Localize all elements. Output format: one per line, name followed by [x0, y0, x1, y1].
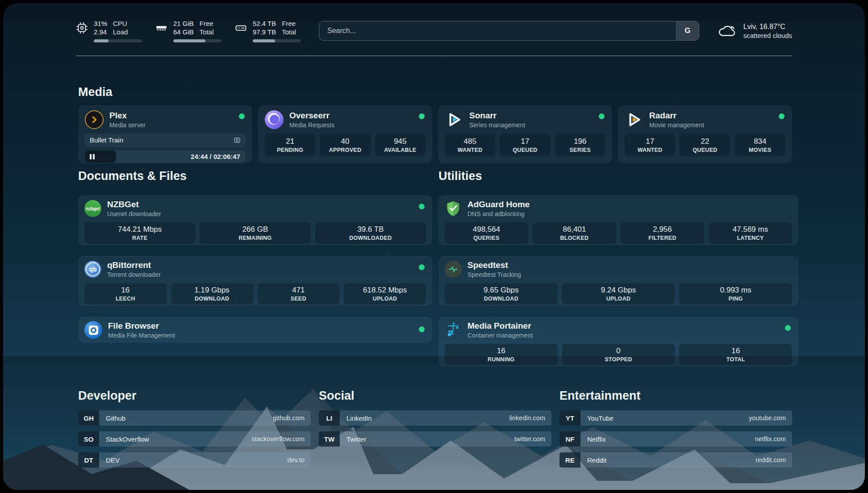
speedtest-card[interactable]: Speedtest Speedtest Tracking 9.65 GbpsDO… [438, 256, 798, 306]
link-stackoverflow[interactable]: SO StackOverflow stackoverflow.com [78, 431, 311, 447]
stat-queued: 22QUEUED [680, 134, 730, 156]
stat-queries: 498,564QUERIES [445, 222, 528, 244]
cast-icon [234, 137, 241, 144]
stat-latency: 47.569 msLATENCY [709, 222, 792, 244]
section-title-entertainment: Entertainment [559, 389, 792, 403]
playback-time: 24:44 / 02:06:47 [191, 153, 240, 160]
nzbget-card[interactable]: nzbget NZBGet Usenet downloader 744.21 M… [78, 195, 432, 245]
app-title: qBittorrent [107, 260, 161, 271]
cpu-progressbar [94, 39, 142, 42]
radarr-icon [625, 110, 643, 129]
developer-section: Developer GH Github github.com SO StackO… [78, 389, 311, 473]
memory-stat: 21 GiB 64 GiB Free Total [155, 19, 221, 42]
speedtest-icon [445, 261, 462, 278]
stat-wanted: 485WANTED [445, 134, 495, 156]
stat-seed: 471SEED [258, 283, 340, 305]
portainer-icon [445, 322, 462, 338]
status-dot [419, 204, 425, 209]
stat-approved: 40APPROVED [320, 134, 370, 156]
overseerr-icon [265, 110, 284, 129]
stat-queued: 17QUEUED [500, 134, 550, 156]
cpu-stat: 31% 2.94 CPU Load [76, 19, 142, 42]
app-description: Series management [469, 121, 525, 129]
portainer-card[interactable]: Media Portainer Container management 16R… [438, 317, 798, 367]
utilities-column: AdGuard Home DNS and adblocking 498,564Q… [438, 195, 798, 367]
cpu-values: 31% 2.94 [94, 19, 107, 36]
pause-icon[interactable] [90, 154, 95, 159]
nzbget-icon: nzbget [84, 200, 101, 217]
search-input[interactable] [319, 21, 676, 40]
plex-icon [85, 110, 104, 129]
cloud-icon [717, 23, 737, 39]
entertainment-section: Entertainment YT YouTube youtube.com NF … [559, 389, 792, 473]
section-title-social: Social [319, 389, 551, 403]
sonarr-icon [445, 110, 463, 129]
app-description: Movie management [649, 121, 704, 129]
stat-filtered: 2,956FILTERED [621, 222, 704, 244]
header-divider [76, 55, 792, 56]
app-title: Overseerr [289, 110, 334, 121]
playback-progressbar[interactable]: 24:44 / 02:06:47 [85, 150, 246, 163]
section-title-media: Media [78, 85, 113, 99]
app-description: Media server [109, 121, 146, 129]
stat-blocked: 86,401BLOCKED [533, 222, 616, 244]
stat-ping: 0.993 msPING [679, 283, 792, 305]
app-title: Sonarr [469, 110, 525, 121]
app-title: Media Portainer [467, 321, 533, 331]
media-card-row: Plex Media server Bullet Train 24:44 / 0… [78, 105, 792, 163]
weather-widget: Lviv, 16.87°C scattered clouds [717, 22, 792, 40]
dashboard-window: 31% 2.94 CPU Load [3, 3, 865, 490]
stat-download: 1.19 GbpsDOWNLOAD [171, 283, 253, 305]
stat-total: 16TOTAL [679, 344, 792, 365]
cpu-labels: CPU Load [113, 19, 128, 36]
overseerr-card[interactable]: Overseerr Media Requests 21PENDING 40APP… [258, 105, 432, 163]
documents-column: nzbget NZBGet Usenet downloader 744.21 M… [78, 195, 432, 343]
search-bar: G [319, 21, 699, 41]
qbittorrent-card[interactable]: qb qBittorrent Torrent downloader 16LEEC… [78, 256, 432, 306]
app-description: Media File Management [108, 331, 175, 339]
link-dev[interactable]: DT DEV dev.to [78, 452, 311, 468]
stat-upload: 618.52 MbpsUPLOAD [344, 283, 426, 305]
now-playing-bar: Bullet Train [85, 133, 246, 147]
stat-stopped: 0STOPPED [562, 344, 675, 365]
filebrowser-card[interactable]: File Browser Media File Management [78, 317, 432, 343]
app-description: Usenet downloader [107, 210, 161, 218]
memory-values: 21 GiB 64 GiB [173, 19, 194, 36]
adguard-icon [445, 200, 462, 217]
status-dot [785, 325, 791, 331]
stat-download: 9.65 GbpsDOWNLOAD [445, 283, 558, 305]
stat-remaining: 266 GBREMAINING [200, 222, 310, 244]
status-dot [419, 326, 425, 332]
top-bar: 31% 2.94 CPU Load [76, 17, 792, 45]
app-title: Plex [109, 110, 146, 121]
disk-stat: 52.4 TB 97.9 TB Free Total [235, 19, 301, 42]
app-description: Torrent downloader [107, 271, 161, 279]
stat-wanted: 17WANTED [625, 134, 675, 156]
link-linkedin[interactable]: LI LinkedIn linkedin.com [319, 410, 551, 426]
link-netflix[interactable]: NF Netflix netflix.com [559, 431, 792, 447]
section-title-developer: Developer [78, 389, 311, 403]
app-title: Radarr [649, 110, 704, 121]
link-reddit[interactable]: RE Reddit reddit.com [559, 452, 792, 468]
disk-icon [235, 22, 247, 34]
link-github[interactable]: GH Github github.com [78, 410, 311, 426]
disk-labels: Free Total [282, 19, 296, 36]
app-title: File Browser [108, 321, 175, 331]
disk-values: 52.4 TB 97.9 TB [253, 19, 276, 36]
stat-series: 196SERIES [555, 134, 605, 156]
link-youtube[interactable]: YT YouTube youtube.com [559, 410, 792, 426]
snow-specks [3, 3, 4, 4]
sonarr-card[interactable]: Sonarr Series management 485WANTED 17QUE… [438, 105, 612, 163]
adguard-card[interactable]: AdGuard Home DNS and adblocking 498,564Q… [438, 195, 798, 245]
social-section: Social LI LinkedIn linkedin.com TW Twitt… [319, 389, 551, 473]
search-engine-button[interactable]: G [676, 21, 699, 40]
stat-leech: 16LEECH [84, 283, 167, 305]
now-playing-title: Bullet Train [90, 136, 123, 144]
section-title-documents: Documents & Files [78, 169, 187, 183]
app-title: Speedtest [467, 260, 521, 271]
plex-card[interactable]: Plex Media server Bullet Train 24:44 / 0… [78, 105, 252, 163]
radarr-card[interactable]: Radarr Movie management 17WANTED 22QUEUE… [618, 105, 792, 163]
link-twitter[interactable]: TW Twitter twitter.com [319, 431, 551, 447]
section-title-utilities: Utilities [438, 169, 482, 183]
memory-labels: Free Total [200, 19, 214, 36]
